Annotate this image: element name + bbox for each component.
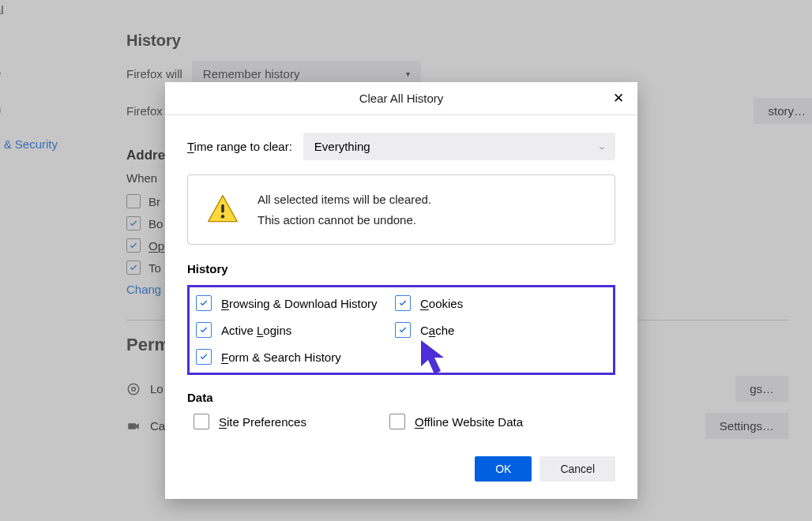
time-range-value: Everything [314, 140, 370, 153]
cancel-button[interactable]: Cancel [539, 456, 615, 482]
dialog-title: Clear All History [359, 92, 444, 105]
warning-line2: This action cannot be undone. [258, 210, 431, 231]
history-checks-highlight: Browsing & Download History Cookies Acti… [187, 285, 615, 375]
warning-box: All selected items will be cleared. This… [187, 174, 615, 245]
chevron-down-icon: ⌵ [600, 142, 604, 151]
time-range-select[interactable]: Everything ⌵ [303, 133, 615, 160]
check-active-logins[interactable]: Active Logins [196, 322, 392, 338]
svg-point-4 [221, 215, 224, 218]
check-form-search-history[interactable]: Form & Search History [196, 349, 392, 365]
dialog-data-heading: Data [187, 391, 615, 404]
check-cookies[interactable]: Cookies [395, 295, 607, 311]
check-offline-website-data[interactable]: Offline Website Data [389, 414, 609, 429]
time-range-label: Time range to clear: [187, 140, 292, 153]
cursor-arrow-icon [417, 336, 457, 384]
check-cache[interactable]: Cache [395, 322, 607, 338]
svg-rect-3 [221, 204, 224, 212]
check-browsing-download-history[interactable]: Browsing & Download History [196, 295, 392, 311]
warning-line1: All selected items will be cleared. [258, 189, 431, 210]
clear-history-dialog: Clear All History ✕ Time range to clear:… [165, 82, 637, 499]
warning-icon [205, 193, 240, 227]
close-icon[interactable]: ✕ [611, 90, 626, 106]
ok-button[interactable]: OK [475, 456, 532, 482]
check-site-preferences[interactable]: Site Preferences [194, 414, 389, 429]
dialog-history-heading: History [187, 262, 615, 275]
